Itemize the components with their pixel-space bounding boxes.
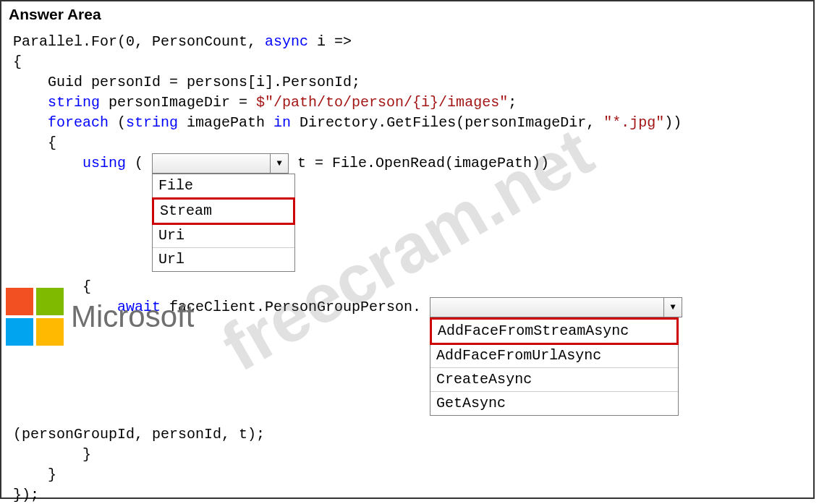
dropdown-option-create[interactable]: CreateAsync	[430, 368, 678, 392]
dropdown-option-get[interactable]: GetAsync	[430, 392, 678, 415]
answer-area-container: Answer Area freecram.net Microsoft Paral…	[0, 0, 815, 499]
microsoft-logo-text: Microsoft	[71, 299, 194, 334]
chevron-down-icon[interactable]: ▼	[270, 154, 288, 173]
code-line-with-dropdown: using ( ▼ File Stream Uri Url t = File.O…	[13, 153, 802, 179]
dropdown-option-addface-url[interactable]: AddFaceFromUrlAsync	[430, 344, 678, 368]
code-line: });	[13, 485, 802, 504]
chevron-down-icon[interactable]: ▼	[663, 298, 682, 317]
dropdown-list[interactable]: AddFaceFromStreamAsync AddFaceFromUrlAsy…	[430, 317, 679, 416]
dropdown-option-stream[interactable]: Stream	[152, 197, 295, 225]
code-line: {	[13, 52, 802, 72]
dropdown-option-uri[interactable]: Uri	[153, 224, 294, 248]
dropdown-box[interactable]: ▼	[430, 297, 682, 317]
logo-square-green	[36, 288, 64, 315]
dropdown-method[interactable]: ▼ AddFaceFromStreamAsync AddFaceFromUrlA…	[430, 297, 682, 323]
dropdown-list[interactable]: File Stream Uri Url	[152, 174, 295, 272]
code-line: Parallel.For(0, PersonCount, async i =>	[13, 32, 802, 52]
dropdown-field[interactable]	[430, 298, 663, 317]
logo-square-red	[6, 288, 33, 315]
logo-square-blue	[6, 318, 33, 346]
dropdown-option-file[interactable]: File	[153, 174, 294, 198]
code-line: }	[13, 445, 802, 465]
dropdown-type[interactable]: ▼ File Stream Uri Url	[152, 153, 289, 179]
code-line: foreach (string imagePath in Directory.G…	[13, 113, 802, 133]
dropdown-option-addface-stream[interactable]: AddFaceFromStreamAsync	[430, 317, 679, 345]
code-block: Parallel.For(0, PersonCount, async i => …	[1, 25, 813, 504]
logo-square-yellow	[36, 318, 64, 346]
dropdown-box[interactable]: ▼	[152, 153, 289, 174]
dropdown-field[interactable]	[153, 154, 270, 173]
section-title: Answer Area	[1, 1, 813, 25]
code-line: (personGroupId, personId, t);	[13, 424, 802, 445]
code-line: {	[13, 133, 802, 153]
code-line: string personImageDir = $"/path/to/perso…	[13, 93, 802, 113]
microsoft-logo-grid	[6, 288, 64, 346]
microsoft-logo: Microsoft	[6, 288, 194, 346]
code-line: Guid personId = persons[i].PersonId;	[13, 72, 802, 93]
dropdown-option-url[interactable]: Url	[153, 248, 294, 271]
code-line: }	[13, 465, 802, 485]
